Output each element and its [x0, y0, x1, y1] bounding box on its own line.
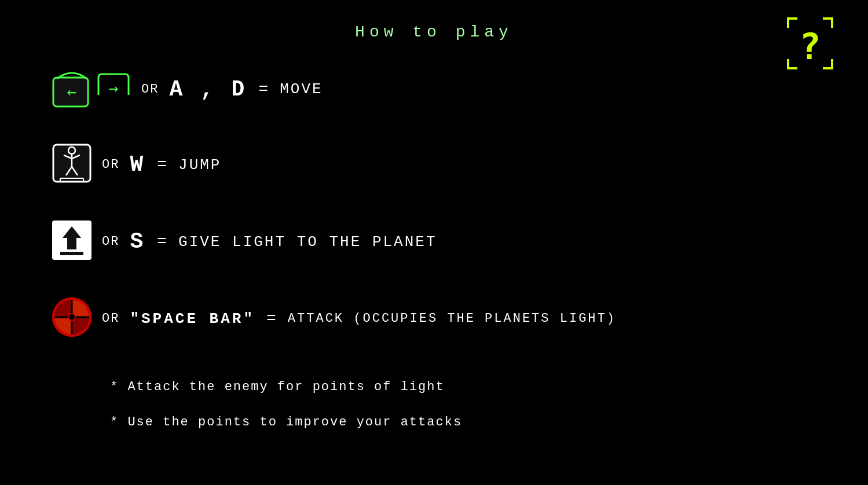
- light-action: GIVE LIGHT TO THE PLANET: [178, 233, 437, 251]
- attack-icon: [52, 297, 91, 340]
- move-icons: ← →: [52, 69, 131, 109]
- move-or: OR: [141, 82, 159, 97]
- attack-equals: =: [266, 310, 276, 328]
- jump-row: OR W = JUMP: [52, 144, 833, 186]
- note-2: * Use the points to improve your attacks: [110, 415, 462, 429]
- jump-action: JUMP: [178, 156, 221, 174]
- jump-icon: [52, 144, 91, 186]
- light-or: OR: [102, 234, 119, 249]
- attack-row: OR "SPACE BAR" = ATTACK (OCCUPIES THE PL…: [52, 297, 833, 340]
- move-right-icon: →: [96, 72, 131, 106]
- move-row: ← → OR A , D = MOVE: [52, 69, 833, 109]
- move-key: A , D: [169, 77, 247, 102]
- jump-or: OR: [102, 157, 119, 172]
- svg-rect-3: [831, 17, 833, 28]
- svg-rect-1: [787, 17, 789, 28]
- light-icon: [52, 221, 91, 263]
- notes-section: * Attack the enemy for points of light *…: [110, 380, 462, 450]
- light-equals: =: [157, 233, 167, 251]
- jump-key: W: [130, 152, 145, 177]
- light-row: OR S = GIVE LIGHT TO THE PLANET: [52, 221, 833, 263]
- light-key: S: [130, 229, 145, 254]
- help-corner-icon[interactable]: ?: [787, 17, 833, 69]
- move-left-icon: ←: [52, 69, 91, 109]
- svg-text:→: →: [109, 79, 119, 98]
- svg-text:←: ←: [67, 82, 77, 101]
- svg-point-29: [68, 314, 75, 321]
- move-equals: =: [258, 80, 268, 98]
- attack-action: ATTACK (OCCUPIES THE PLANETS LIGHT): [288, 311, 616, 326]
- attack-or: OR: [102, 311, 119, 326]
- svg-rect-24: [60, 252, 83, 255]
- jump-equals: =: [157, 156, 167, 174]
- svg-text:?: ?: [799, 25, 821, 68]
- attack-key: "SPACE BAR": [130, 310, 255, 328]
- page-title: How to play: [0, 0, 868, 41]
- move-action: MOVE: [280, 80, 323, 98]
- note-1: * Attack the enemy for points of light: [110, 380, 462, 394]
- content-area: ← → OR A , D = MOVE: [52, 69, 833, 374]
